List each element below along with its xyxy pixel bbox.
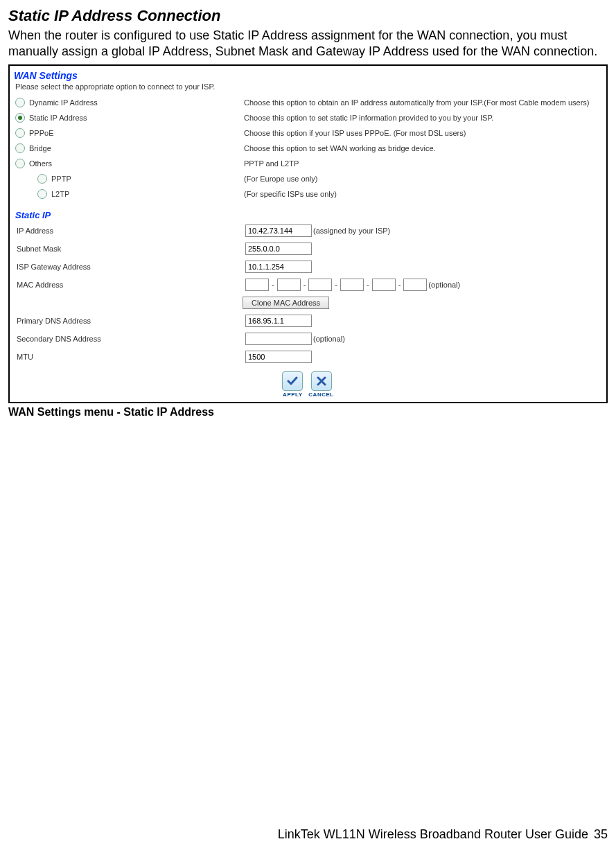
- label-isp-gateway: ISP Gateway Address: [17, 263, 245, 271]
- check-icon: [282, 371, 303, 391]
- option-label: L2TP: [51, 190, 69, 198]
- radio-icon: [37, 189, 47, 199]
- option-others[interactable]: Others PPTP and L2TP: [15, 159, 602, 173]
- option-l2tp[interactable]: L2TP (For specific ISPs use only): [15, 189, 602, 203]
- radio-icon: [15, 159, 25, 168]
- input-primary-dns[interactable]: [245, 315, 312, 327]
- row-primary-dns: Primary DNS Address: [17, 313, 602, 328]
- option-desc: Choose this option to set WAN working as…: [244, 143, 602, 154]
- mac-separator: -: [335, 281, 337, 289]
- option-label: PPTP: [51, 175, 71, 183]
- option-desc: (For specific ISPs use only): [244, 189, 602, 200]
- cancel-label: CANCEL: [308, 391, 333, 398]
- hint-mac-address: (optional): [428, 281, 460, 289]
- option-desc: Choose this option if your ISP uses PPPo…: [244, 128, 602, 139]
- mac-separator: -: [272, 281, 274, 289]
- mac-separator: -: [303, 281, 306, 289]
- input-ip-address[interactable]: [245, 224, 312, 237]
- radio-icon: [15, 98, 25, 107]
- row-secondary-dns: Secondary DNS Address (optional): [17, 331, 602, 346]
- option-desc: Choose this option to obtain an IP addre…: [244, 98, 602, 108]
- clone-mac-button[interactable]: Clone MAC Address: [243, 297, 329, 309]
- input-subnet-mask[interactable]: [245, 243, 312, 255]
- hint-secondary-dns: (optional): [313, 335, 345, 343]
- section-paragraph: When the router is configured to use Sta…: [8, 28, 608, 60]
- wan-settings-instruction: Please select the appropriate option to …: [15, 82, 602, 91]
- label-primary-dns: Primary DNS Address: [17, 317, 245, 325]
- option-pppoe[interactable]: PPPoE Choose this option if your ISP use…: [15, 128, 602, 142]
- option-label: Bridge: [29, 144, 51, 152]
- input-mac-3[interactable]: [308, 279, 332, 291]
- option-desc: Choose this option to set static IP info…: [244, 113, 602, 123]
- input-secondary-dns[interactable]: [245, 333, 312, 345]
- row-mac-address: MAC Address - - - - - (optional): [17, 277, 602, 292]
- radio-icon: [15, 143, 25, 153]
- row-mtu: MTU: [17, 349, 602, 364]
- option-label: Dynamic IP Address: [29, 98, 98, 107]
- label-ip-address: IP Address: [17, 227, 245, 235]
- option-label: PPPoE: [29, 129, 53, 137]
- radio-icon: [15, 113, 25, 123]
- label-mtu: MTU: [17, 353, 245, 361]
- cancel-button[interactable]: CANCEL: [308, 371, 333, 398]
- action-buttons: APPLY CANCEL: [14, 371, 602, 398]
- option-label: Others: [29, 159, 52, 168]
- radio-icon: [15, 128, 25, 138]
- apply-label: APPLY: [283, 391, 302, 398]
- row-ip-address: IP Address (assigned by your ISP): [17, 223, 602, 238]
- option-pptp[interactable]: PPTP (For Europe use only): [15, 174, 602, 188]
- input-mtu[interactable]: [245, 351, 312, 363]
- mac-separator: -: [398, 281, 401, 289]
- input-mac-5[interactable]: [372, 279, 396, 291]
- label-mac-address: MAC Address: [17, 281, 245, 289]
- wan-settings-heading: WAN Settings: [14, 70, 602, 81]
- figure-caption: WAN Settings menu - Static IP Address: [8, 406, 608, 418]
- close-icon: [311, 371, 332, 391]
- radio-icon: [37, 174, 47, 184]
- section-title: Static IP Address Connection: [8, 7, 608, 25]
- wan-settings-panel: WAN Settings Please select the appropria…: [8, 64, 608, 403]
- option-static-ip[interactable]: Static IP Address Choose this option to …: [15, 113, 602, 127]
- label-secondary-dns: Secondary DNS Address: [17, 335, 245, 343]
- option-dynamic-ip[interactable]: Dynamic IP Address Choose this option to…: [15, 98, 602, 112]
- option-desc: (For Europe use only): [244, 174, 602, 184]
- option-bridge[interactable]: Bridge Choose this option to set WAN wor…: [15, 143, 602, 157]
- label-subnet-mask: Subnet Mask: [17, 245, 245, 253]
- option-desc: PPTP and L2TP: [244, 159, 602, 169]
- input-mac-2[interactable]: [277, 279, 301, 291]
- static-ip-heading: Static IP: [15, 210, 602, 220]
- row-isp-gateway: ISP Gateway Address: [17, 259, 602, 274]
- input-mac-1[interactable]: [245, 279, 269, 291]
- input-mac-6[interactable]: [403, 279, 427, 291]
- apply-button[interactable]: APPLY: [282, 371, 303, 398]
- input-isp-gateway[interactable]: [245, 261, 312, 273]
- row-subnet-mask: Subnet Mask: [17, 241, 602, 256]
- option-label: Static IP Address: [29, 114, 87, 122]
- hint-ip-address: (assigned by your ISP): [313, 227, 390, 235]
- input-mac-4[interactable]: [340, 279, 364, 291]
- mac-separator: -: [367, 281, 369, 289]
